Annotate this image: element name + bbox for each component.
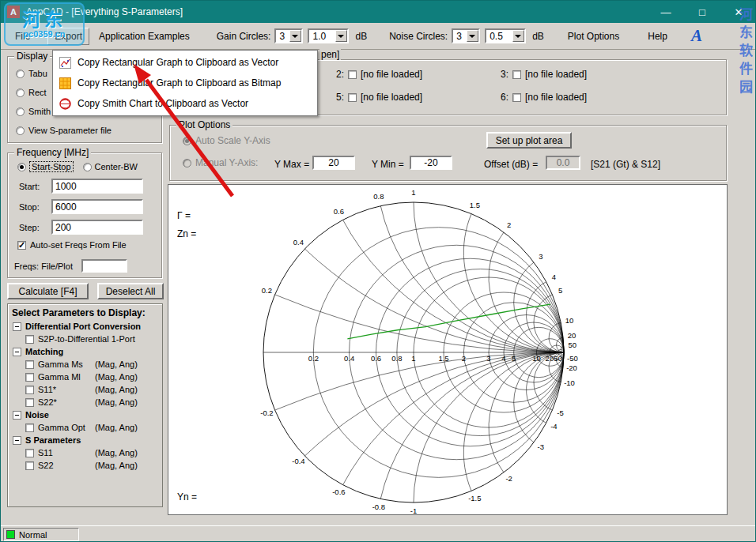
display-tabular-label: Tabu <box>28 69 47 78</box>
parameters-title: Select Parameters to Display: <box>12 307 146 318</box>
tree-collapse-icon[interactable] <box>13 322 21 331</box>
menu-item-copy-rect-bitmap[interactable]: Copy Rectangular Graph to Clipboard as B… <box>55 73 316 93</box>
gain-circles-unit: dB <box>355 31 367 42</box>
center-bw-label: Center-BW <box>95 162 138 171</box>
param-checkbox-s2p-diff[interactable] <box>25 335 34 344</box>
tree-section-label: Matching <box>25 347 63 356</box>
svg-text:-0.4: -0.4 <box>292 457 304 465</box>
gain-circles-count-select[interactable]: 3 <box>274 28 303 43</box>
menu-help[interactable]: Help <box>641 28 674 44</box>
svg-text:2: 2 <box>462 354 466 363</box>
step-input[interactable] <box>51 220 143 235</box>
start-stop-label: Start-Stop <box>29 161 74 172</box>
svg-text:-1: -1 <box>410 506 417 515</box>
start-stop-radio[interactable] <box>17 163 26 171</box>
param-checkbox-s22[interactable] <box>25 461 34 470</box>
display-group-legend: Display <box>14 51 50 62</box>
close-button[interactable]: ✕ <box>720 1 756 23</box>
param-checkbox-gamma-ms[interactable] <box>25 360 34 369</box>
param-checkbox-s11[interactable] <box>25 449 34 457</box>
param-checkbox-s11c[interactable] <box>25 386 34 394</box>
param-checkbox-s22c[interactable] <box>25 398 34 407</box>
setup-plot-area-button[interactable]: Set up plot area <box>486 132 572 149</box>
minimize-button[interactable]: — <box>648 1 684 23</box>
svg-text:-50: -50 <box>567 354 578 363</box>
app-window: A AppCAD - [Everything S-Parameters] — □… <box>0 0 756 542</box>
svg-text:-5: -5 <box>557 408 563 417</box>
window-controls: — □ ✕ <box>648 1 756 23</box>
svg-text:-1.5: -1.5 <box>468 494 481 502</box>
offset-input <box>546 156 580 170</box>
trace-reference-label: [S21 (Gt) & S12] <box>591 159 660 170</box>
svg-text:3: 3 <box>539 252 542 261</box>
gain-circles-count-value: 3 <box>276 31 289 42</box>
gain-circles-step-select[interactable]: 1.0 <box>308 28 349 43</box>
ymin-input[interactable] <box>410 156 452 170</box>
file-slot-status: [no file loaded] <box>525 69 587 80</box>
param-checkbox-gamma-opt[interactable] <box>25 423 34 432</box>
dropdown-arrow-icon[interactable] <box>335 30 347 42</box>
display-rectangular-label: Rect <box>28 88 47 97</box>
file-slot-number: 5: <box>336 92 344 103</box>
svg-text:1.5: 1.5 <box>470 201 480 209</box>
gain-circles-step-value: 1.0 <box>309 31 335 42</box>
svg-text:50: 50 <box>569 341 577 349</box>
menu-item-copy-rect-vector[interactable]: Copy Rectangular Graph to Clipboard as V… <box>55 52 316 73</box>
status-color-swatch <box>6 530 15 539</box>
step-label: Step: <box>19 223 47 232</box>
file-slot-number: 6: <box>501 92 508 103</box>
tree-collapse-icon[interactable] <box>13 348 21 356</box>
stop-input[interactable] <box>51 199 143 214</box>
svg-text:5: 5 <box>512 354 516 363</box>
menu-bar: File Export Application Examples Gain Ci… <box>1 23 756 50</box>
param-suffix: (Mag, Ang) <box>95 372 138 382</box>
deselect-all-button[interactable]: Deselect All <box>97 283 164 299</box>
smith-chart-icon <box>59 98 71 110</box>
display-smith-radio[interactable] <box>16 107 25 116</box>
tree-collapse-icon[interactable] <box>13 436 21 445</box>
center-bw-radio[interactable] <box>83 163 92 171</box>
stop-label: Stop: <box>19 202 47 212</box>
vector-graph-icon <box>59 57 71 69</box>
menu-plot-options[interactable]: Plot Options <box>561 28 626 44</box>
param-suffix: (Mag, Ang) <box>95 385 138 394</box>
file-slot-checkbox-6[interactable] <box>512 93 521 102</box>
parameters-group: Select Parameters to Display: Differenti… <box>7 303 163 507</box>
display-rectangular-radio[interactable] <box>16 88 25 97</box>
dropdown-arrow-icon[interactable] <box>467 30 478 42</box>
menu-application-examples[interactable]: Application Examples <box>93 28 196 44</box>
menu-file[interactable]: File <box>9 28 36 44</box>
autoset-freqs-checkbox[interactable] <box>17 241 26 250</box>
ymax-input[interactable] <box>312 156 355 170</box>
noise-circles-count-select[interactable]: 3 <box>452 28 480 43</box>
svg-text:-0.2: -0.2 <box>260 408 273 417</box>
file-slot-checkbox-3[interactable] <box>512 70 521 79</box>
file-slot-checkbox-5[interactable] <box>348 93 357 102</box>
display-tabular-radio[interactable] <box>16 70 25 78</box>
status-cell: Normal <box>3 528 79 541</box>
dropdown-arrow-icon[interactable] <box>512 30 524 42</box>
svg-text:4: 4 <box>501 354 505 363</box>
noise-circles-unit: dB <box>532 31 544 42</box>
param-label: S2P-to-Differential 1-Port <box>38 334 135 344</box>
start-label: Start: <box>19 182 47 191</box>
svg-text:0.6: 0.6 <box>371 354 381 363</box>
freqs-file-plot-label: Freqs: File/Plot <box>14 262 73 271</box>
svg-text:1.5: 1.5 <box>438 354 448 363</box>
svg-text:4: 4 <box>552 273 556 281</box>
display-view-file-radio[interactable] <box>16 126 25 135</box>
calculate-button[interactable]: Calculate [F4] <box>7 283 89 299</box>
noise-circles-step-select[interactable]: 0.5 <box>485 28 526 43</box>
start-input[interactable] <box>51 179 143 194</box>
menu-item-copy-smith-vector[interactable]: Copy Smith Chart to Clipboard as Vector <box>55 93 316 114</box>
freqs-file-plot-input[interactable] <box>81 259 127 273</box>
tree-collapse-icon[interactable] <box>13 411 21 420</box>
param-checkbox-gamma-ml[interactable] <box>25 373 34 382</box>
menu-export[interactable]: Export <box>47 28 89 45</box>
dropdown-arrow-icon[interactable] <box>289 30 301 42</box>
menu-item-label: Copy Rectangular Graph to Clipboard as V… <box>77 57 278 68</box>
file-slot-checkbox-2[interactable] <box>348 70 357 79</box>
title-bar: A AppCAD - [Everything S-Parameters] — □… <box>1 1 756 23</box>
file-slot-status: [no file loaded] <box>525 92 587 103</box>
maximize-button[interactable]: □ <box>684 1 720 23</box>
